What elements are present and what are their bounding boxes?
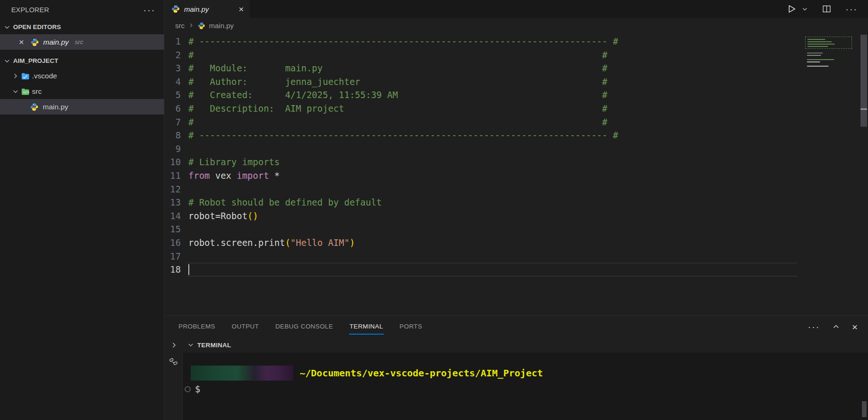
line-number: 1 <box>164 35 181 48</box>
explorer-sidebar: EXPLORER ··· OPEN EDITORS × main.py src … <box>0 0 164 420</box>
chevron-down-icon <box>187 342 194 348</box>
panel-tab-problems[interactable]: PROBLEMS <box>178 319 216 335</box>
terminal-section-label: TERMINAL <box>197 342 231 349</box>
editor-actions: ··· <box>786 0 868 18</box>
tab-main-py[interactable]: main.py × <box>164 0 249 18</box>
code-line[interactable]: 18 <box>164 263 868 276</box>
command-decoration-circle-icon[interactable] <box>185 386 191 392</box>
code-line[interactable]: 7# # <box>164 115 868 129</box>
split-editor-button[interactable] <box>822 4 831 14</box>
line-number: 3 <box>164 61 181 75</box>
python-file-icon <box>198 22 205 30</box>
tree-item-main-py[interactable]: main.py <box>0 99 164 115</box>
code-line[interactable]: 3# Module: main.py # <box>164 61 868 75</box>
editor-scrollbar[interactable] <box>860 33 868 315</box>
code-line[interactable]: 8# -------------------------------------… <box>164 129 868 142</box>
bottom-panel: PROBLEMSOUTPUTDEBUG CONSOLETERMINALPORTS… <box>164 315 868 420</box>
project-name-label: AIM_PROJECT <box>13 57 58 64</box>
editor-more-actions-icon[interactable]: ··· <box>845 7 858 11</box>
tree-item-vscode-folder[interactable]: .vscode <box>0 68 164 84</box>
line-content: robot=Robot() <box>181 209 258 223</box>
line-number: 7 <box>164 115 181 129</box>
code-line[interactable]: 6# Description: AIM project # <box>164 102 868 115</box>
chevron-right-icon[interactable] <box>170 342 178 349</box>
code-line[interactable]: 16robot.screen.print("Hello AIM") <box>164 236 868 250</box>
terminal-prompt-line: $ <box>185 384 868 394</box>
run-button[interactable] <box>786 4 797 14</box>
close-panel-icon[interactable]: × <box>852 322 858 332</box>
explorer-more-icon[interactable]: ··· <box>143 8 155 12</box>
open-editors-section-header[interactable]: OPEN EDITORS <box>0 20 164 34</box>
maximize-panel-icon[interactable] <box>832 323 840 330</box>
panel-tab-terminal[interactable]: TERMINAL <box>349 319 383 335</box>
scrollbar-thumb[interactable] <box>860 35 867 127</box>
code-lines: 1# -------------------------------------… <box>164 35 868 276</box>
panel-tab-debug-console[interactable]: DEBUG CONSOLE <box>275 319 333 335</box>
line-number: 11 <box>164 169 181 183</box>
terminal-lower: ~/Documents/vex-vscode-projects/AIM_Proj… <box>164 352 868 420</box>
tab-label: main.py <box>184 5 209 13</box>
line-number: 16 <box>164 236 181 250</box>
line-number: 6 <box>164 102 181 115</box>
panel-actions: ··· × <box>808 322 858 332</box>
code-line[interactable]: 2# # <box>164 48 868 62</box>
terminal-scrollbar[interactable] <box>862 401 867 417</box>
breadcrumb: src main.py <box>164 18 868 33</box>
line-number: 9 <box>164 142 181 156</box>
line-number: 12 <box>164 183 181 196</box>
tree-item-src-folder[interactable]: </> src <box>0 84 164 99</box>
code-line[interactable]: 9 <box>164 142 868 156</box>
minimap[interactable] <box>804 36 857 73</box>
line-number: 4 <box>164 75 181 89</box>
project-section-header[interactable]: AIM_PROJECT <box>0 53 164 68</box>
svg-text:</>: </> <box>23 90 29 94</box>
line-content: # Created: 4/1/2025, 11:55:39 AM # <box>181 88 607 102</box>
line-content: # # <box>181 48 607 62</box>
open-editors-label: OPEN EDITORS <box>13 23 61 31</box>
line-content: # --------------------------------------… <box>181 129 618 142</box>
code-line[interactable]: 13# Robot should be defined by default <box>164 196 868 209</box>
code-line[interactable]: 14robot=Robot() <box>164 209 868 223</box>
chevron-down-icon <box>4 24 10 31</box>
run-dropdown-chevron-icon[interactable] <box>802 6 808 12</box>
terminal-output[interactable]: ~/Documents/vex-vscode-projects/AIM_Proj… <box>183 352 868 420</box>
line-content: robot.screen.print("Hello AIM") <box>181 236 355 250</box>
terminal-section-header[interactable]: TERMINAL <box>164 337 868 352</box>
tree-item-label: .vscode <box>32 72 57 80</box>
prompt-gradient-block <box>191 366 293 381</box>
code-line[interactable]: 5# Created: 4/1/2025, 11:55:39 AM # <box>164 88 868 102</box>
line-content <box>181 250 188 263</box>
terminal-cwd-path: ~/Documents/vex-vscode-projects/AIM_Proj… <box>300 367 543 379</box>
line-content <box>181 222 188 236</box>
panel-tab-ports[interactable]: PORTS <box>399 319 423 335</box>
python-file-icon <box>171 5 180 13</box>
indent-guide <box>14 99 15 115</box>
terminal-gutter-icon[interactable] <box>169 357 178 366</box>
code-line[interactable]: 11from vex import * <box>164 169 868 183</box>
breadcrumb-folder[interactable]: src <box>175 22 185 30</box>
code-line[interactable]: 17 <box>164 250 868 263</box>
code-line[interactable]: 4# Author: jenna_juechter # <box>164 75 868 89</box>
open-editor-folder-badge: src <box>75 38 83 46</box>
line-content: # Library imports <box>181 155 279 169</box>
minimap-comment-box <box>805 37 852 49</box>
code-line[interactable]: 15 <box>164 222 868 236</box>
terminal-view: TERMINAL ~/Documents/vex-vscode-projects… <box>164 337 868 420</box>
tree-item-label: src <box>32 87 42 96</box>
code-editor[interactable]: 1# -------------------------------------… <box>164 33 868 315</box>
panel-tab-output[interactable]: OUTPUT <box>231 319 259 335</box>
open-editor-item-main-py[interactable]: × main.py src <box>0 34 164 50</box>
tab-close-icon[interactable]: × <box>239 5 244 14</box>
code-line[interactable]: 12 <box>164 183 868 196</box>
vscode-window: EXPLORER ··· OPEN EDITORS × main.py src … <box>0 0 868 420</box>
line-number: 5 <box>164 88 181 102</box>
panel-more-actions-icon[interactable]: ··· <box>808 324 820 329</box>
tree-item-label: main.py <box>43 103 68 111</box>
line-content <box>181 263 189 276</box>
code-line[interactable]: 1# -------------------------------------… <box>164 35 868 48</box>
close-editor-icon[interactable]: × <box>19 38 26 46</box>
line-number: 13 <box>164 196 181 209</box>
code-line[interactable]: 10# Library imports <box>164 155 868 169</box>
editor-group: main.py × ··· src main.py 1# -----------… <box>164 0 868 420</box>
breadcrumb-file[interactable]: main.py <box>209 22 234 30</box>
